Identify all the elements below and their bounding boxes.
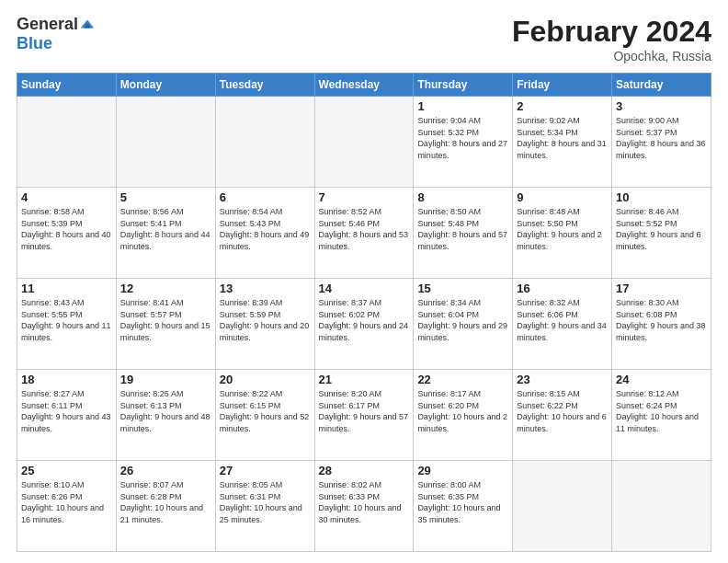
day-info: Sunrise: 8:27 AM Sunset: 6:11 PM Dayligh… [21, 388, 112, 434]
day-info: Sunrise: 8:07 AM Sunset: 6:28 PM Dayligh… [120, 479, 211, 525]
day-info: Sunrise: 8:12 AM Sunset: 6:24 PM Dayligh… [616, 388, 707, 434]
calendar-title: February 2024 [512, 15, 711, 49]
calendar-cell: 1Sunrise: 9:04 AM Sunset: 5:32 PM Daylig… [414, 97, 513, 188]
day-info: Sunrise: 8:32 AM Sunset: 6:06 PM Dayligh… [517, 297, 608, 343]
calendar-cell: 25Sunrise: 8:10 AM Sunset: 6:26 PM Dayli… [17, 461, 117, 552]
calendar-cell: 10Sunrise: 8:46 AM Sunset: 5:52 PM Dayli… [612, 188, 711, 279]
day-number: 8 [417, 190, 508, 204]
day-info: Sunrise: 8:37 AM Sunset: 6:02 PM Dayligh… [319, 297, 410, 343]
calendar-cell: 24Sunrise: 8:12 AM Sunset: 6:24 PM Dayli… [612, 370, 711, 461]
logo: General Blue [17, 15, 96, 53]
day-info: Sunrise: 8:56 AM Sunset: 5:41 PM Dayligh… [120, 206, 211, 252]
day-number: 15 [417, 282, 508, 295]
day-number: 26 [120, 464, 211, 477]
calendar-cell: 4Sunrise: 8:58 AM Sunset: 5:39 PM Daylig… [17, 188, 117, 279]
day-number: 16 [517, 282, 608, 295]
day-number: 24 [616, 373, 707, 386]
day-number: 23 [517, 373, 608, 386]
day-number: 18 [21, 373, 112, 386]
header-wednesday: Wednesday [314, 74, 414, 97]
weekday-header-row: Sunday Monday Tuesday Wednesday Thursday… [17, 74, 711, 97]
day-number: 6 [220, 190, 311, 204]
calendar-cell: 28Sunrise: 8:02 AM Sunset: 6:33 PM Dayli… [314, 461, 414, 552]
day-info: Sunrise: 8:52 AM Sunset: 5:46 PM Dayligh… [319, 206, 410, 252]
day-info: Sunrise: 8:46 AM Sunset: 5:52 PM Dayligh… [616, 206, 707, 252]
day-info: Sunrise: 9:04 AM Sunset: 5:32 PM Dayligh… [417, 115, 508, 161]
calendar-cell: 6Sunrise: 8:54 AM Sunset: 5:43 PM Daylig… [215, 188, 314, 279]
calendar-cell: 9Sunrise: 8:48 AM Sunset: 5:50 PM Daylig… [513, 188, 612, 279]
day-info: Sunrise: 8:15 AM Sunset: 6:22 PM Dayligh… [517, 388, 608, 434]
day-info: Sunrise: 8:10 AM Sunset: 6:26 PM Dayligh… [21, 479, 112, 525]
day-info: Sunrise: 8:17 AM Sunset: 6:20 PM Dayligh… [417, 388, 508, 434]
calendar-cell: 23Sunrise: 8:15 AM Sunset: 6:22 PM Dayli… [513, 370, 612, 461]
calendar-cell: 12Sunrise: 8:41 AM Sunset: 5:57 PM Dayli… [116, 279, 215, 370]
calendar-cell: 22Sunrise: 8:17 AM Sunset: 6:20 PM Dayli… [414, 370, 513, 461]
day-number: 3 [616, 99, 707, 113]
calendar-table: Sunday Monday Tuesday Wednesday Thursday… [17, 73, 711, 552]
day-number: 14 [319, 282, 410, 295]
page: General Blue February 2024 Opochka, Russ… [0, 0, 728, 563]
calendar-cell: 3Sunrise: 9:00 AM Sunset: 5:37 PM Daylig… [612, 97, 711, 188]
day-number: 1 [417, 99, 508, 113]
calendar-cell: 8Sunrise: 8:50 AM Sunset: 5:48 PM Daylig… [414, 188, 513, 279]
day-info: Sunrise: 8:39 AM Sunset: 5:59 PM Dayligh… [220, 297, 311, 343]
day-info: Sunrise: 8:22 AM Sunset: 6:15 PM Dayligh… [220, 388, 311, 434]
day-info: Sunrise: 9:00 AM Sunset: 5:37 PM Dayligh… [616, 115, 707, 161]
calendar-week-row: 25Sunrise: 8:10 AM Sunset: 6:26 PM Dayli… [17, 461, 711, 552]
calendar-cell: 26Sunrise: 8:07 AM Sunset: 6:28 PM Dayli… [116, 461, 215, 552]
calendar-cell: 5Sunrise: 8:56 AM Sunset: 5:41 PM Daylig… [116, 188, 215, 279]
header: General Blue February 2024 Opochka, Russ… [17, 15, 711, 63]
day-info: Sunrise: 8:48 AM Sunset: 5:50 PM Dayligh… [517, 206, 608, 252]
day-number: 21 [319, 373, 410, 386]
calendar-cell: 19Sunrise: 8:25 AM Sunset: 6:13 PM Dayli… [116, 370, 215, 461]
day-info: Sunrise: 8:05 AM Sunset: 6:31 PM Dayligh… [220, 479, 311, 525]
day-info: Sunrise: 8:54 AM Sunset: 5:43 PM Dayligh… [220, 206, 311, 252]
day-info: Sunrise: 9:02 AM Sunset: 5:34 PM Dayligh… [517, 115, 608, 161]
calendar-cell: 27Sunrise: 8:05 AM Sunset: 6:31 PM Dayli… [215, 461, 314, 552]
calendar-cell: 11Sunrise: 8:43 AM Sunset: 5:55 PM Dayli… [17, 279, 117, 370]
day-info: Sunrise: 8:02 AM Sunset: 6:33 PM Dayligh… [319, 479, 410, 525]
day-number: 11 [21, 282, 112, 295]
day-number: 12 [120, 282, 211, 295]
day-number: 10 [616, 190, 707, 204]
calendar-cell: 15Sunrise: 8:34 AM Sunset: 6:04 PM Dayli… [414, 279, 513, 370]
day-number: 27 [220, 464, 311, 477]
day-info: Sunrise: 8:30 AM Sunset: 6:08 PM Dayligh… [616, 297, 707, 343]
calendar-cell: 17Sunrise: 8:30 AM Sunset: 6:08 PM Dayli… [612, 279, 711, 370]
day-number: 20 [220, 373, 311, 386]
calendar-cell [17, 97, 117, 188]
day-number: 29 [417, 464, 508, 477]
day-info: Sunrise: 8:41 AM Sunset: 5:57 PM Dayligh… [120, 297, 211, 343]
day-info: Sunrise: 8:58 AM Sunset: 5:39 PM Dayligh… [21, 206, 112, 252]
calendar-cell: 29Sunrise: 8:00 AM Sunset: 6:35 PM Dayli… [414, 461, 513, 552]
calendar-cell [116, 97, 215, 188]
day-info: Sunrise: 8:43 AM Sunset: 5:55 PM Dayligh… [21, 297, 112, 343]
header-monday: Monday [116, 74, 215, 97]
logo-blue-text: Blue [17, 34, 52, 52]
logo-icon [79, 17, 96, 33]
calendar-cell: 20Sunrise: 8:22 AM Sunset: 6:15 PM Dayli… [215, 370, 314, 461]
calendar-cell [215, 97, 314, 188]
day-number: 2 [517, 99, 608, 113]
day-number: 25 [21, 464, 112, 477]
day-number: 5 [120, 190, 211, 204]
calendar-subtitle: Opochka, Russia [512, 49, 711, 63]
calendar-week-row: 11Sunrise: 8:43 AM Sunset: 5:55 PM Dayli… [17, 279, 711, 370]
calendar-cell [314, 97, 414, 188]
calendar-cell [612, 461, 711, 552]
calendar-cell: 13Sunrise: 8:39 AM Sunset: 5:59 PM Dayli… [215, 279, 314, 370]
calendar-cell: 14Sunrise: 8:37 AM Sunset: 6:02 PM Dayli… [314, 279, 414, 370]
calendar-cell: 7Sunrise: 8:52 AM Sunset: 5:46 PM Daylig… [314, 188, 414, 279]
day-info: Sunrise: 8:50 AM Sunset: 5:48 PM Dayligh… [417, 206, 508, 252]
day-number: 9 [517, 190, 608, 204]
day-number: 4 [21, 190, 112, 204]
header-tuesday: Tuesday [215, 74, 314, 97]
day-number: 13 [220, 282, 311, 295]
header-sunday: Sunday [17, 74, 117, 97]
header-friday: Friday [513, 74, 612, 97]
header-saturday: Saturday [612, 74, 711, 97]
day-number: 19 [120, 373, 211, 386]
calendar-cell: 2Sunrise: 9:02 AM Sunset: 5:34 PM Daylig… [513, 97, 612, 188]
calendar-cell [513, 461, 612, 552]
calendar-week-row: 4Sunrise: 8:58 AM Sunset: 5:39 PM Daylig… [17, 188, 711, 279]
